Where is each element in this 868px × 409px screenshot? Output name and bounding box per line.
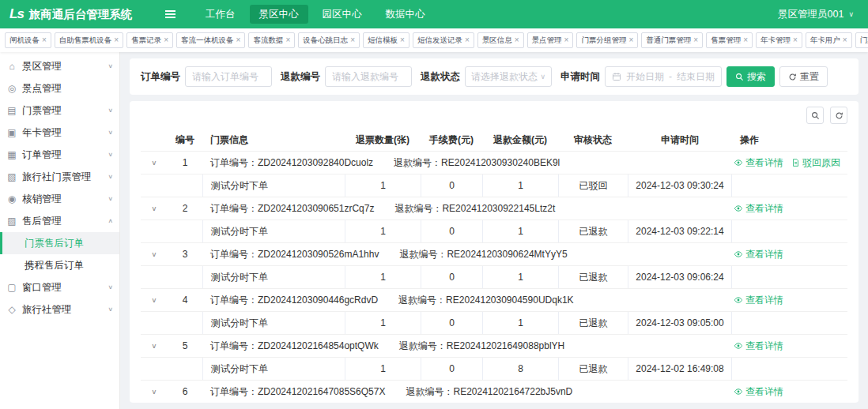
ticket-info-cell: 测试分时下单	[202, 312, 345, 334]
chevron-down-icon: ∨	[108, 174, 113, 180]
order-detail-row-4: 测试分时下单101已退款2024-12-03 09:05:00	[141, 312, 847, 335]
column-header-5: 审核状态	[558, 129, 628, 151]
view-detail-link[interactable]: 查看详情	[734, 340, 783, 353]
sidebar-item-6[interactable]: ◉核销管理∨	[0, 188, 119, 210]
tab-11[interactable]: 普通门票管理×	[641, 32, 703, 48]
tab-label: 客流一体机设备	[181, 36, 234, 46]
sidebar-item-1[interactable]: ◎景点管理	[0, 77, 119, 99]
close-icon[interactable]: ×	[564, 36, 569, 44]
order-info: 订单编号：ZD20241203090446gcRdvD退款编号：RE202412…	[202, 289, 732, 311]
close-icon[interactable]: ×	[42, 36, 47, 44]
tab-0[interactable]: 闸机设备×	[5, 32, 51, 48]
tab-label: 售票记录	[131, 36, 161, 46]
close-icon[interactable]: ×	[693, 36, 698, 44]
nav-item-0[interactable]: 工作台	[196, 5, 245, 24]
refund-status-placeholder: 请选择退款状态	[471, 70, 538, 84]
close-icon[interactable]: ×	[114, 36, 119, 44]
order-no-value: ZD20241203090651zrCq7z	[258, 203, 374, 214]
view-detail-link[interactable]: 查看详情	[734, 294, 783, 307]
tab-12[interactable]: 售票管理×	[706, 32, 753, 48]
tab-label: 售票管理	[711, 36, 741, 46]
expand-row-icon[interactable]: ∨	[151, 250, 157, 257]
apply-time-range-picker[interactable]: 开始日期 - 结束日期	[605, 66, 722, 87]
sidebar-subitem-7-1[interactable]: 携程售后订单	[0, 254, 119, 276]
close-icon[interactable]: ×	[743, 36, 748, 44]
tab-4[interactable]: 客流数据×	[248, 32, 295, 48]
ticket-info-cell: 测试分时下单	[202, 358, 345, 380]
sidebar-item-5[interactable]: ▧旅行社门票管理∨	[0, 166, 119, 188]
close-icon[interactable]: ×	[843, 36, 847, 44]
tab-bar: 闸机设备×自助售票机设备×售票记录×客流一体机设备×客流数据×设备心跳日志×短信…	[0, 28, 868, 52]
order-row-6: ∨6订单编号：ZD202412021647085S6Q57X退款编号：RE202…	[141, 381, 847, 403]
main-content: 订单编号 退款编号 退款状态 请选择退款状态 ∨ 申请时间 开始日期 - 结束日…	[120, 52, 868, 409]
expand-row-icon[interactable]: ∨	[151, 296, 157, 303]
view-detail-link[interactable]: 查看详情	[734, 156, 783, 170]
expand-row-icon[interactable]: ∨	[151, 342, 157, 349]
tab-label: 短信模板	[368, 36, 398, 46]
table-toolbar	[141, 104, 847, 129]
tab-15[interactable]: 门票订单×	[855, 32, 868, 48]
tab-7[interactable]: 短信发送记录×	[413, 32, 474, 48]
reset-button[interactable]: 重置	[779, 66, 828, 87]
order-no-value: ZD202412021647085S6Q57X	[258, 386, 385, 397]
row-number: 3	[168, 243, 202, 265]
close-icon[interactable]: ×	[793, 36, 798, 44]
sidebar-subitem-7-0[interactable]: 门票售后订单	[0, 232, 119, 254]
order-row-1: ∨1订单编号：ZD20241203092840Dcuolz退款编号：RE2024…	[141, 152, 847, 174]
close-icon[interactable]: ×	[164, 36, 168, 44]
tab-9[interactable]: 景点管理×	[527, 32, 574, 48]
refresh-table-button[interactable]	[830, 107, 847, 124]
nav-item-2[interactable]: 园区中心	[313, 5, 372, 24]
order-no-filter-label: 订单编号	[141, 70, 180, 84]
sidebar-item-8[interactable]: ▢窗口管理∨	[0, 276, 119, 298]
expand-row-icon[interactable]: ∨	[151, 204, 157, 212]
reject-reason-link[interactable]: 驳回原因	[791, 156, 840, 170]
refund-no-input[interactable]	[325, 66, 412, 87]
refund-no-value: RE20241202164722bJ5vnD	[453, 386, 572, 397]
refund-status-select[interactable]: 请选择退款状态 ∨	[465, 66, 552, 87]
close-icon[interactable]: ×	[285, 36, 290, 44]
expand-row-icon[interactable]: ∨	[151, 388, 157, 395]
close-icon[interactable]: ×	[465, 36, 470, 44]
tab-2[interactable]: 售票记录×	[126, 32, 173, 48]
chevron-down-icon: ∨	[108, 284, 113, 291]
close-icon[interactable]: ×	[350, 36, 355, 44]
sidebar-item-3[interactable]: ▣年卡管理∨	[0, 122, 119, 144]
tab-5[interactable]: 设备心跳日志×	[298, 32, 360, 48]
sidebar-item-9[interactable]: ◇旅行社管理∨	[0, 298, 119, 321]
close-icon[interactable]: ×	[400, 36, 405, 44]
audit-status-cell: 已退款	[558, 312, 628, 334]
close-icon[interactable]: ×	[515, 36, 519, 44]
tab-13[interactable]: 年卡管理×	[756, 32, 802, 48]
nav-item-1[interactable]: 景区中心	[250, 5, 308, 24]
tab-8[interactable]: 景区信息×	[477, 32, 524, 48]
toggle-search-button[interactable]	[806, 107, 824, 124]
menu-collapse-icon[interactable]	[162, 7, 179, 21]
tab-6[interactable]: 短信模板×	[363, 32, 409, 48]
view-detail-link[interactable]: 查看详情	[734, 385, 783, 399]
close-icon[interactable]: ×	[628, 36, 633, 44]
tab-3[interactable]: 客流一体机设备×	[176, 32, 245, 48]
chevron-down-icon: ∨	[540, 73, 545, 81]
order-no-input[interactable]	[185, 66, 272, 87]
tab-label: 门票订单	[860, 36, 868, 46]
sidebar-item-7[interactable]: ▨售后管理∧	[0, 210, 119, 232]
fee-cell: 0	[421, 220, 482, 242]
user-menu[interactable]: 景区管理员001 ∨	[778, 8, 868, 21]
tab-1[interactable]: 自助售票机设备×	[55, 32, 123, 48]
sidebar-item-2[interactable]: ▤门票管理∨	[0, 99, 119, 122]
sidebar-item-4[interactable]: ▦订单管理∨	[0, 144, 119, 166]
audit-status-cell: 已退款	[558, 220, 628, 242]
nav-item-3[interactable]: 数据中心	[376, 5, 435, 24]
apply-time-filter-label: 申请时间	[560, 70, 600, 84]
view-detail-link[interactable]: 查看详情	[734, 202, 783, 216]
tab-14[interactable]: 年卡用户×	[806, 32, 852, 48]
search-button[interactable]: 搜索	[726, 66, 775, 87]
refund-no-value: RE202412021649088pblYH	[447, 340, 564, 351]
view-detail-link[interactable]: 查看详情	[734, 248, 783, 261]
sidebar-item-0[interactable]: ⌂景区管理∨	[0, 55, 119, 77]
tab-10[interactable]: 门票分组管理×	[576, 32, 638, 48]
row-number: 5	[168, 335, 202, 357]
expand-row-icon[interactable]: ∨	[151, 159, 157, 166]
close-icon[interactable]: ×	[236, 36, 241, 44]
